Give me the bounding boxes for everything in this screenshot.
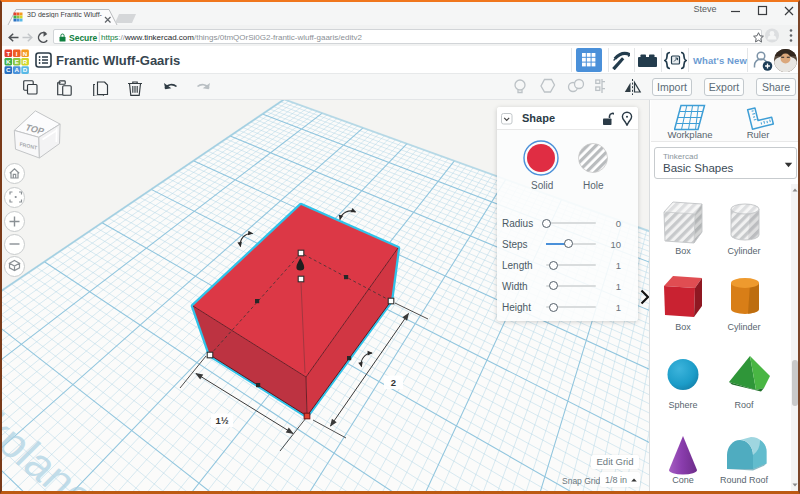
svg-text:R: R bbox=[23, 58, 28, 65]
svg-text:A: A bbox=[14, 66, 19, 73]
svg-text:T: T bbox=[6, 50, 10, 57]
svg-text:E: E bbox=[15, 58, 19, 65]
svg-text:N: N bbox=[23, 50, 28, 57]
svg-text:D: D bbox=[23, 66, 28, 73]
svg-text:C: C bbox=[6, 66, 11, 73]
svg-text:2: 2 bbox=[391, 377, 396, 388]
svg-text:1½: 1½ bbox=[215, 415, 228, 426]
svg-text:K: K bbox=[6, 58, 11, 65]
svg-text:I: I bbox=[16, 50, 18, 57]
